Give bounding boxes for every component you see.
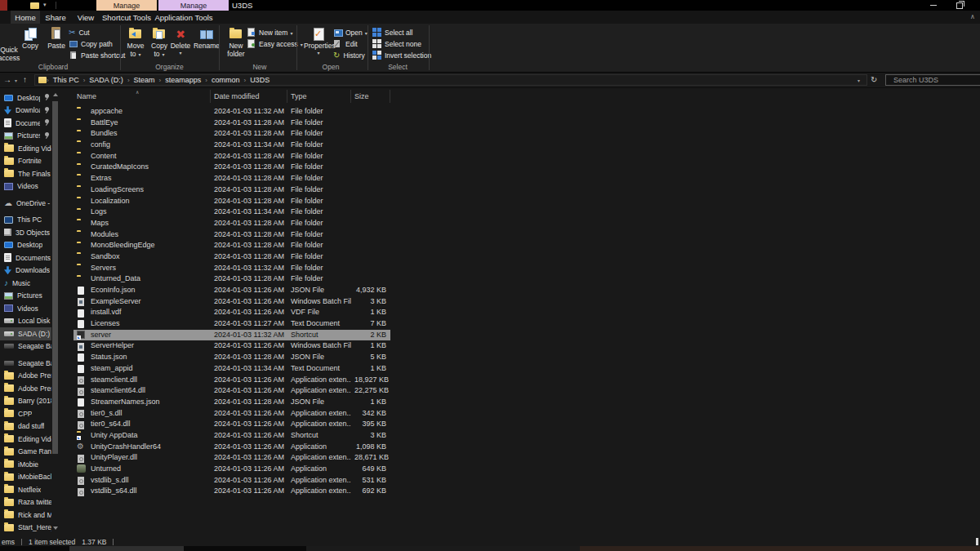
manage-tab[interactable]: Manage [158, 0, 229, 11]
sidebar-item-the-finals[interactable]: The Finals [0, 167, 51, 180]
address-dropdown-icon[interactable]: ▾ [858, 78, 860, 83]
breadcrumb-item-this-pc[interactable]: This PC [49, 76, 83, 84]
table-row-curatedmapicons[interactable]: CuratedMapIcons2024-01-03 11:28 AMFile f… [74, 162, 390, 173]
table-row-exampleserver[interactable]: ExampleServer2024-01-03 11:26 AMWindows … [74, 296, 390, 308]
table-row-modules[interactable]: Modules2024-01-03 11:28 AMFile folder [74, 229, 390, 241]
quick-access-toolbar-folder-icon[interactable] [30, 2, 39, 9]
table-row-tier0-s64-dll[interactable]: tier0_s64.dll2024-01-03 11:26 AMApplicat… [74, 419, 390, 430]
table-row-battleye[interactable]: BattlEye2024-01-03 11:28 AMFile folder [74, 118, 390, 129]
scroll-up-icon[interactable] [53, 93, 58, 96]
recent-locations-dropdown-icon[interactable]: ▾ [15, 78, 17, 83]
sidebar-item-raza-twitter-blue[interactable]: Raza twitter blue [0, 496, 51, 509]
tab-application-tools[interactable]: Application Tools [153, 11, 215, 24]
table-row-vstdlib-s64-dll[interactable]: vstdlib_s64.dll2024-01-03 11:26 AMApplic… [74, 486, 390, 497]
table-row-steamclient64-dll[interactable]: steamclient64.dll2024-01-03 11:26 AMAppl… [74, 385, 390, 397]
table-row-logs[interactable]: Logs2024-01-03 11:34 AMFile folder [74, 207, 390, 218]
paste-shortcut-button[interactable]: Paste shortcut [69, 50, 125, 60]
sidebar-item-local-disk-c[interactable]: Local Disk (C:) [0, 315, 51, 328]
table-row-licenses[interactable]: Licenses2024-01-03 11:27 AMText Document… [74, 318, 390, 330]
table-row-appcache[interactable]: appcache2024-01-03 11:32 AMFile folder [74, 106, 390, 118]
sidebar-item-imobiebackup[interactable]: iMobieBackup [0, 471, 51, 484]
sidebar-item-seagate-backup[interactable]: Seagate Backup [0, 340, 51, 353]
table-row-serverhelper[interactable]: ServerHelper2024-01-03 11:26 AMWindows B… [74, 340, 390, 352]
sidebar-item-editing-videos[interactable]: Editing Videos [0, 433, 51, 446]
invert-selection-button[interactable]: Invert selection [372, 50, 431, 60]
sidebar-item-documents[interactable]: Documents [0, 117, 51, 130]
sidebar-item-barry-2018-seas[interactable]: Barry (2018) Seas [0, 395, 51, 408]
refresh-icon[interactable]: ↻ [871, 75, 877, 84]
sidebar-item-imobie[interactable]: iMobie [0, 458, 51, 471]
sidebar-item-desktop[interactable]: Desktop [0, 239, 51, 252]
sidebar-item-seagate-backup-p[interactable]: Seagate Backup P [0, 357, 51, 370]
select-all-button[interactable]: Select all [372, 27, 413, 38]
sidebar-item-pictures[interactable]: Pictures [0, 130, 51, 143]
open-button[interactable]: Open [333, 27, 368, 38]
select-none-button[interactable]: Select none [372, 38, 421, 49]
edit-button[interactable]: Edit [333, 38, 358, 49]
column-header-size[interactable]: Size [351, 90, 390, 103]
breadcrumb-item-steamapps[interactable]: steamapps [161, 76, 205, 84]
table-row-vstdlib-s-dll[interactable]: vstdlib_s.dll2024-01-03 11:26 AMApplicat… [74, 475, 390, 487]
sidebar-item-adobe-premiere[interactable]: Adobe Premiere [0, 382, 51, 395]
table-row-config[interactable]: config2024-01-03 11:34 AMFile folder [74, 140, 390, 151]
quick-access-toolbar-dropdown-icon[interactable]: ▾ [43, 2, 47, 8]
table-row-content[interactable]: Content2024-01-03 11:28 AMFile folder [74, 151, 390, 162]
sidebar-item-game-rant-imag[interactable]: Game Rant Imag [0, 446, 51, 459]
table-row-steamclient-dll[interactable]: steamclient.dll2024-01-03 11:26 AMApplic… [74, 375, 390, 386]
breadcrumb-item-steam[interactable]: Steam [130, 76, 159, 84]
minimize-button[interactable] [923, 0, 944, 11]
scroll-down-icon[interactable] [53, 527, 58, 530]
table-row-servers[interactable]: Servers2024-01-03 11:32 AMFile folder [74, 263, 390, 274]
up-button[interactable]: ↑ [23, 75, 27, 84]
column-header-date-modified[interactable]: Date modified [211, 90, 287, 103]
table-row-monobleedingedge[interactable]: MonoBleedingEdge2024-01-03 11:28 AMFile … [74, 240, 390, 251]
breadcrumb-item-u3ds[interactable]: U3DS [246, 76, 274, 84]
sidebar-item-onedrive-person[interactable]: ☁OneDrive - Person [0, 197, 51, 210]
sidebar-item-adobe-premiere[interactable]: Adobe Premiere [0, 370, 51, 383]
sidebar-item-videos[interactable]: Videos [0, 180, 51, 193]
table-row-install-vdf[interactable]: install.vdf2024-01-03 11:26 AMVDF File1 … [74, 307, 390, 318]
sidebar-item-dad-stuff[interactable]: dad stuff [0, 420, 51, 433]
table-row-tier0-s-dll[interactable]: tier0_s.dll2024-01-03 11:26 AMApplicatio… [74, 408, 390, 420]
sidebar-item-sada-d[interactable]: SADA (D:) [0, 327, 51, 340]
table-row-maps[interactable]: Maps2024-01-03 11:28 AMFile folder [74, 218, 390, 229]
forward-button[interactable]: → [3, 75, 11, 84]
table-row-unity-appdata[interactable]: Unity AppData2024-01-03 11:26 AMShortcut… [74, 430, 390, 442]
table-row-unturned-data[interactable]: Unturned_Data2024-01-03 11:28 AMFile fol… [74, 273, 390, 285]
copy-path-button[interactable]: Copy path [69, 38, 113, 49]
easy-access-button[interactable]: Easy access [247, 38, 303, 49]
table-row-bundles[interactable]: Bundles2024-01-03 11:28 AMFile folder [74, 128, 390, 140]
sidebar-item-videos[interactable]: Videos [0, 302, 51, 315]
table-row-sandbox[interactable]: Sandbox2024-01-03 11:28 AMFile folder [74, 251, 390, 263]
table-row-streamernames-json[interactable]: StreamerNames.json2024-01-03 11:28 AMJSO… [74, 397, 390, 408]
manage-tab[interactable]: Manage [96, 0, 157, 11]
column-header-name[interactable]: Name [74, 90, 211, 103]
breadcrumb-item-sada-d[interactable]: SADA (D:) [85, 76, 127, 84]
column-header-type[interactable]: Type [287, 90, 351, 103]
sidebar-item-start-here-mac[interactable]: Start_Here_Mac.. [0, 522, 51, 535]
breadcrumb-item-common[interactable]: common [207, 76, 244, 84]
tab-view[interactable]: View [71, 11, 100, 24]
sidebar-item-cpp[interactable]: CPP [0, 407, 51, 420]
sidebar-item-pictures[interactable]: Pictures [0, 290, 51, 303]
table-row-extras[interactable]: Extras2024-01-03 11:28 AMFile folder [74, 173, 390, 184]
table-row-unitycrashhandler64[interactable]: ⚙UnityCrashHandler642024-01-03 11:26 AMA… [74, 442, 390, 453]
tab-shortcut-tools[interactable]: Shortcut Tools [100, 11, 153, 24]
table-row-unityplayer-dll[interactable]: UnityPlayer.dll2024-01-03 11:26 AMApplic… [74, 452, 390, 464]
tab-share[interactable]: Share [40, 11, 71, 24]
table-row-loadingscreens[interactable]: LoadingScreens2024-01-03 11:28 AMFile fo… [74, 184, 390, 196]
sidebar-item-this-pc[interactable]: This PC [0, 214, 51, 227]
sidebar-item-documents[interactable]: Documents [0, 251, 51, 264]
history-button[interactable]: ↻ History [333, 50, 365, 60]
sidebar-item-music[interactable]: ♪Music [0, 277, 51, 290]
table-row-steam-appid[interactable]: steam_appid2024-01-03 11:34 AMText Docum… [74, 363, 390, 375]
sidebar-item-editing-videos[interactable]: Editing Videos [0, 142, 51, 155]
table-row-unturned[interactable]: Unturned2024-01-03 11:26 AMApplication64… [74, 464, 390, 475]
search-input[interactable] [885, 74, 980, 86]
sidebar-item-rick-and-morty-s[interactable]: Rick and Morty S [0, 509, 51, 522]
table-row-server[interactable]: server2024-01-03 11:32 AMShortcut2 KB [74, 330, 390, 341]
table-row-econinfo-json[interactable]: EconInfo.json2024-01-03 11:26 AMJSON Fil… [74, 285, 390, 296]
sidebar-item-3d-objects[interactable]: 3D Objects [0, 226, 51, 239]
collapse-ribbon-icon[interactable]: ∧ [970, 13, 975, 20]
sidebar-item-desktop[interactable]: Desktop [0, 91, 51, 104]
